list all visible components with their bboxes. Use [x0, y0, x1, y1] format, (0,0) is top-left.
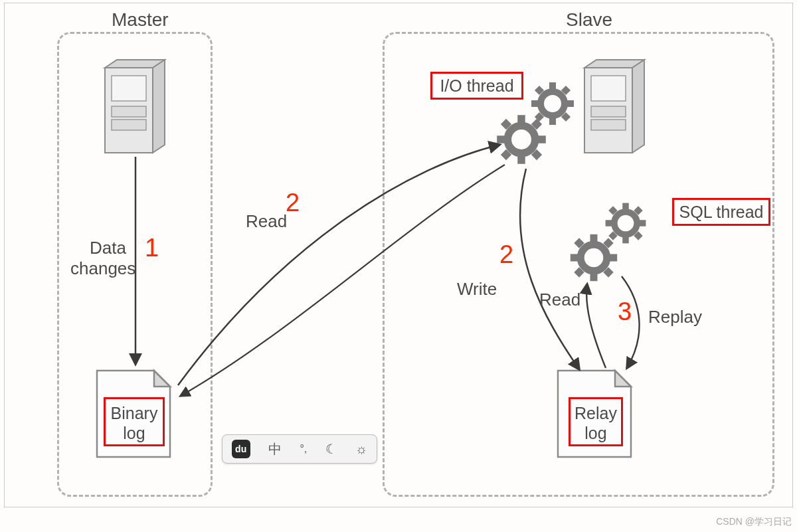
ime-du-icon[interactable]: du [232, 440, 250, 458]
ime-toolbar[interactable]: du 中 °, ☾ ☼ [222, 434, 377, 464]
moon-icon[interactable]: ☾ [325, 441, 337, 457]
step-2a: 2 [286, 189, 300, 217]
ime-punct[interactable]: °, [300, 443, 307, 455]
relay-log-box: Relay log [569, 397, 623, 446]
binary-log-box: Binary log [104, 397, 165, 446]
write-label: Write [457, 279, 497, 300]
replay-label: Replay [648, 307, 702, 327]
step-1: 1 [145, 234, 159, 262]
step-3: 3 [618, 298, 632, 326]
sql-thread-box: SQL thread [672, 198, 770, 226]
ime-lang[interactable]: 中 [268, 440, 282, 458]
sun-icon[interactable]: ☼ [355, 442, 367, 457]
read-label: Read [246, 211, 287, 232]
read2-label: Read [539, 290, 580, 310]
master-title: Master [108, 9, 173, 31]
data-changes-label: Data changes [70, 238, 126, 279]
io-thread-box: I/O thread [430, 72, 523, 100]
step-2b: 2 [499, 240, 513, 269]
slave-title: Slave [562, 9, 616, 31]
watermark: CSDN @学习日记 [716, 516, 792, 528]
